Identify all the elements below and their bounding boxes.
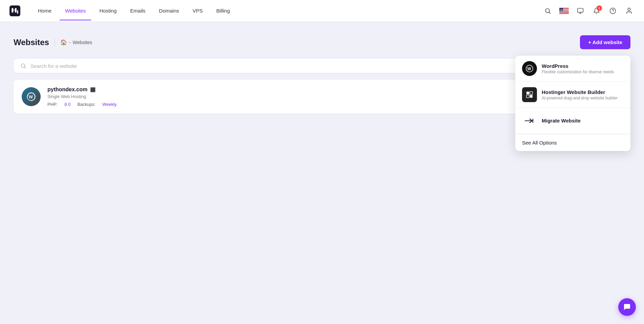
svg-line-25 (24, 67, 26, 68)
chat-button[interactable] (618, 298, 636, 316)
breadcrumb-divider (55, 38, 55, 46)
page-header-left: Websites 🏠 - Websites (14, 38, 92, 47)
backups-label: Backups: (77, 102, 95, 107)
svg-rect-14 (559, 13, 569, 13)
nav-websites[interactable]: Websites (60, 5, 91, 16)
navbar: Home Websites Hosting Emails Domains VPS… (0, 0, 644, 22)
website-meta: PHP: 8.0 Backups: Weekly (47, 102, 592, 107)
dropdown-wordpress-title: WordPress (542, 63, 624, 69)
us-flag-icon: ★★★★★★★★★★★★★★★★★★★★★★★★★★★★★★★★★★★★★★★★… (559, 8, 569, 14)
nav-hosting[interactable]: Hosting (94, 5, 122, 16)
notification-badge: 1 (597, 5, 602, 11)
nav-emails[interactable]: Emails (125, 5, 151, 16)
nav-links: Home Websites Hosting Emails Domains VPS… (33, 5, 541, 16)
nav-vps[interactable]: VPS (187, 5, 208, 16)
notifications-button[interactable]: 1 (590, 4, 603, 18)
help-icon (609, 7, 616, 14)
breadcrumb-label: Websites (73, 40, 92, 45)
nav-home[interactable]: Home (33, 5, 57, 16)
svg-point-24 (21, 64, 25, 68)
svg-rect-13 (559, 12, 569, 13)
breadcrumb: 🏠 - Websites (60, 39, 92, 45)
dropdown-item-builder-text: Hostinger Website Builder AI-powered dra… (542, 89, 624, 100)
page-content: Websites 🏠 - Websites + Add website W (0, 22, 644, 127)
logo[interactable] (8, 4, 22, 18)
svg-rect-12 (559, 12, 569, 12)
chat-icon (623, 303, 631, 311)
dropdown-item-wordpress[interactable]: W WordPress Flexible customization for d… (515, 56, 630, 82)
svg-rect-15 (559, 13, 569, 14)
website-name: pythondex.com (47, 87, 87, 93)
website-type: Single Web Hosting (47, 94, 592, 99)
navbar-actions: ★★★★★★★★★★★★★★★★★★★★★★★★★★★★★★★★★★★★★★★★… (541, 4, 636, 18)
language-selector[interactable]: ★★★★★★★★★★★★★★★★★★★★★★★★★★★★★★★★★★★★★★★★… (557, 4, 571, 18)
home-icon: 🏠 (60, 39, 67, 45)
svg-point-23 (628, 8, 630, 10)
wordpress-logo: W (22, 87, 41, 106)
svg-point-1 (545, 8, 549, 13)
svg-rect-18 (578, 8, 583, 12)
dropdown-item-wordpress-text: WordPress Flexible customization for div… (542, 63, 624, 74)
page-title: Websites (14, 38, 49, 47)
page-header: Websites 🏠 - Websites + Add website (14, 35, 630, 49)
dropdown-builder-title: Hostinger Website Builder (542, 89, 624, 95)
dashboard-icon (577, 7, 584, 14)
website-info: pythondex.com ⬛ Single Web Hosting PHP: … (47, 87, 592, 107)
dashboard-button[interactable] (574, 4, 587, 18)
dropdown-item-migrate[interactable]: Migrate Website (515, 108, 630, 134)
php-version[interactable]: 8.0 (64, 102, 70, 107)
svg-rect-11 (559, 12, 569, 12)
search-icon (544, 7, 551, 14)
external-link-icon[interactable]: ⬛ (90, 87, 96, 92)
backups-value[interactable]: Weekly (102, 102, 117, 107)
svg-text:W: W (29, 94, 33, 99)
see-all-options[interactable]: See All Options (515, 134, 630, 151)
search-button[interactable] (541, 4, 555, 18)
svg-rect-10 (559, 11, 569, 11)
svg-line-2 (549, 12, 551, 14)
svg-rect-32 (526, 95, 529, 98)
account-icon (625, 7, 633, 15)
search-icon (20, 63, 26, 69)
nav-domains[interactable]: Domains (153, 5, 184, 16)
nav-billing[interactable]: Billing (211, 5, 235, 16)
php-label: PHP: (47, 102, 58, 107)
wordpress-icon: W (522, 61, 537, 76)
add-website-dropdown: W WordPress Flexible customization for d… (515, 56, 630, 151)
dropdown-item-builder[interactable]: Hostinger Website Builder AI-powered dra… (515, 82, 630, 108)
dropdown-wordpress-desc: Flexible customization for diverse needs (542, 70, 624, 74)
breadcrumb-separator: - (69, 40, 71, 45)
svg-rect-30 (526, 92, 529, 94)
dropdown-item-migrate-text: Migrate Website (542, 118, 624, 124)
svg-rect-33 (530, 95, 533, 98)
dropdown-migrate-title: Migrate Website (542, 118, 624, 123)
migrate-icon (522, 113, 537, 128)
account-button[interactable] (622, 4, 636, 18)
help-button[interactable] (606, 4, 620, 18)
svg-rect-31 (530, 92, 533, 94)
dropdown-builder-desc: AI-powered drag-and-drop website builder (542, 96, 624, 100)
svg-text:★★★★★★★★★★★★★★★★★★★★★★★★★★★★★★: ★★★★★★★★★★★★★★★★★★★★★★★★★★★★★★★★★★★★★★★★… (560, 9, 569, 11)
website-name-row: pythondex.com ⬛ (47, 87, 592, 93)
add-website-button[interactable]: + Add website (580, 35, 630, 49)
builder-icon (522, 87, 537, 102)
svg-text:W: W (527, 66, 532, 71)
